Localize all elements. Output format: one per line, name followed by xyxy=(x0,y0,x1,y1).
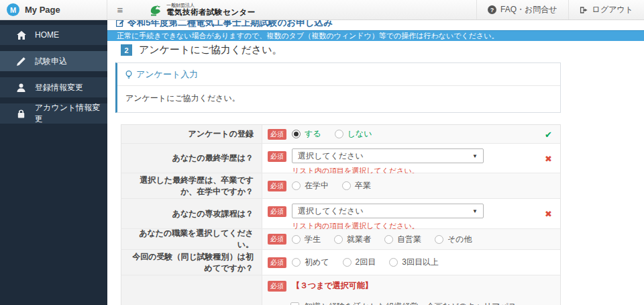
radio-option-graduated[interactable]: 卒業 xyxy=(342,180,371,191)
question-icon: ? xyxy=(488,5,496,14)
radio-option-first-time[interactable]: 初めて xyxy=(292,257,329,268)
major-select[interactable]: 選択してください ▼ xyxy=(292,204,484,218)
required-badge: 必須 xyxy=(268,181,286,191)
panel-title: アンケート入力 xyxy=(136,69,198,81)
required-badge: 必須 xyxy=(268,129,286,140)
mypage-brand[interactable]: M My Page xyxy=(0,0,107,19)
radio-icon[interactable] xyxy=(435,235,443,244)
mypage-logo-icon: M xyxy=(7,3,19,16)
radio-option-suru[interactable]: する xyxy=(292,128,321,140)
top-header: M My Page ≡ 一般財団法人 電気技術者試験センター ? FAQ・お問合… xyxy=(0,0,644,20)
radio-option-second-time[interactable]: 2回目 xyxy=(343,257,376,268)
form-row-survey-registration: アンケートの登録 必須 する しない ✔ xyxy=(121,125,560,144)
mypage-brand-label: My Page xyxy=(25,5,60,15)
multi-select-note: 【３つまで選択可能】 xyxy=(292,280,373,292)
radio-option-shinai[interactable]: しない xyxy=(335,128,372,140)
radio-option-third-or-more[interactable]: 3回目以上 xyxy=(389,257,439,268)
form-row-occupation: あなたの職業を選択してください。 必須 学生 就業者 自営業 その他 xyxy=(121,229,560,250)
form-pencil-icon xyxy=(116,20,124,27)
form-row-education: あなたの最終学歴は？ 必須 選択してください ▼ リスト内の項目を選択してくださ… xyxy=(121,144,560,173)
faq-link[interactable]: ? FAQ・お問合せ xyxy=(476,0,568,19)
radio-icon[interactable] xyxy=(335,130,343,138)
checkbox-option-career-path[interactable]: 知識と経験を活かした組織経営、企画などのキャリアパス xyxy=(290,301,517,305)
sidebar-item-label: 試験申込 xyxy=(35,56,67,67)
logout-label: ログアウト xyxy=(592,4,633,15)
required-badge: 必須 xyxy=(268,281,286,292)
step-title: アンケートにご協力ください。 xyxy=(139,44,282,56)
radio-icon[interactable] xyxy=(292,130,301,138)
survey-form: アンケートの登録 必須 する しない ✔ あなたの最終学歴は？ 必須 xyxy=(121,124,561,305)
lock-icon xyxy=(16,109,26,118)
invalid-x-icon: ✖ xyxy=(545,153,552,163)
page-title: 令和5年度第二種電気工事士上期試験のお申し込み xyxy=(116,20,333,29)
required-badge: 必須 xyxy=(268,257,286,268)
radio-icon[interactable] xyxy=(334,235,343,244)
survey-panel: アンケート入力 アンケートにご協力ください。 xyxy=(115,62,561,113)
faq-label: FAQ・お問合せ xyxy=(500,4,557,15)
panel-body-text: アンケートにご協力ください。 xyxy=(117,86,560,112)
required-badge: 必須 xyxy=(268,234,286,245)
sidebar-item-account-info[interactable]: アカウント情報変更 xyxy=(0,103,107,124)
required-badge: 必須 xyxy=(268,206,286,217)
radio-icon[interactable] xyxy=(343,258,352,267)
valid-check-icon: ✔ xyxy=(545,129,552,139)
step-heading: 2 アンケートにご協力ください。 xyxy=(121,44,282,56)
sidebar-item-label: アカウント情報変更 xyxy=(35,102,107,125)
chevron-down-icon: ▼ xyxy=(472,208,478,214)
form-row-career-multi-select: 必須 【３つまで選択可能】 知識と経験を活かした組織経営、企画などのキャリアパス xyxy=(121,275,560,305)
org-leaf-icon xyxy=(148,3,162,17)
org-logo: 一般財団法人 電気技術者試験センター xyxy=(133,0,256,19)
row-label: アンケートの登録 xyxy=(121,125,262,143)
form-row-attempt-count: 今回の受験（同じ試験種別）は初めてですか？ 必須 初めて 2回目 3回目以上 xyxy=(121,250,560,275)
sidebar-item-label: HOME xyxy=(35,30,59,40)
radio-option-self-employed[interactable]: 自営業 xyxy=(384,234,421,245)
education-select[interactable]: 選択してください ▼ xyxy=(292,148,484,163)
sign-out-icon xyxy=(580,6,588,14)
chevron-down-icon: ▼ xyxy=(472,153,478,159)
radio-option-student[interactable]: 学生 xyxy=(292,234,321,245)
radio-option-employed[interactable]: 就業者 xyxy=(334,234,371,245)
radio-icon[interactable] xyxy=(292,235,301,244)
checkbox-icon[interactable] xyxy=(290,302,299,305)
sidebar-item-registration-info[interactable]: 登録情報変更 xyxy=(0,77,107,97)
radio-icon[interactable] xyxy=(389,258,398,267)
radio-icon[interactable] xyxy=(384,235,393,244)
form-row-major: あなたの専攻課程は？ 必須 選択してください ▼ リスト内の項目を選択してくださ… xyxy=(121,199,560,229)
row-label: 今回の受験（同じ試験種別）は初めてですか？ xyxy=(121,250,262,275)
radio-option-other[interactable]: その他 xyxy=(435,234,472,245)
form-row-enrollment-status: 選択した最終学歴は、卒業ですか、在学中ですか？ 必須 在学中 卒業 xyxy=(121,173,560,199)
radio-option-enrolled[interactable]: 在学中 xyxy=(292,180,329,191)
sidebar-item-label: 登録情報変更 xyxy=(35,82,83,93)
invalid-x-icon: ✖ xyxy=(545,209,552,219)
sidebar-nav: HOME 試験申込 登録情報変更 アカウント情報変更 xyxy=(0,20,107,305)
user-icon xyxy=(16,83,26,92)
pencil-icon xyxy=(16,56,26,66)
warning-banner: 正常に手続きできない場合がありますので、複数のタブ（複数のウィンドウ）等での操作… xyxy=(107,30,644,41)
lightbulb-icon xyxy=(125,71,132,79)
row-label: あなたの職業を選択してください。 xyxy=(121,229,262,249)
org-subtitle: 一般財団法人 xyxy=(166,3,256,8)
required-badge: 必須 xyxy=(268,151,286,162)
sidebar-item-home[interactable]: HOME xyxy=(0,25,107,45)
logout-button[interactable]: ログアウト xyxy=(568,0,644,19)
radio-icon[interactable] xyxy=(342,181,351,190)
main-content: 令和5年度第二種電気工事士上期試験のお申し込み 正常に手続きできない場合がありま… xyxy=(107,20,644,305)
row-label xyxy=(121,275,262,305)
radio-icon[interactable] xyxy=(292,258,301,267)
row-label: あなたの最終学歴は？ xyxy=(121,144,262,173)
home-icon xyxy=(16,30,26,40)
row-label: あなたの専攻課程は？ xyxy=(121,199,262,228)
radio-icon[interactable] xyxy=(292,181,301,190)
step-number-badge: 2 xyxy=(121,44,132,56)
org-title: 電気技術者試験センター xyxy=(166,8,256,17)
row-label: 選択した最終学歴は、卒業ですか、在学中ですか？ xyxy=(121,173,262,198)
sidebar-item-exam-application[interactable]: 試験申込 xyxy=(0,51,107,71)
sidebar-toggle-icon[interactable]: ≡ xyxy=(107,0,133,19)
